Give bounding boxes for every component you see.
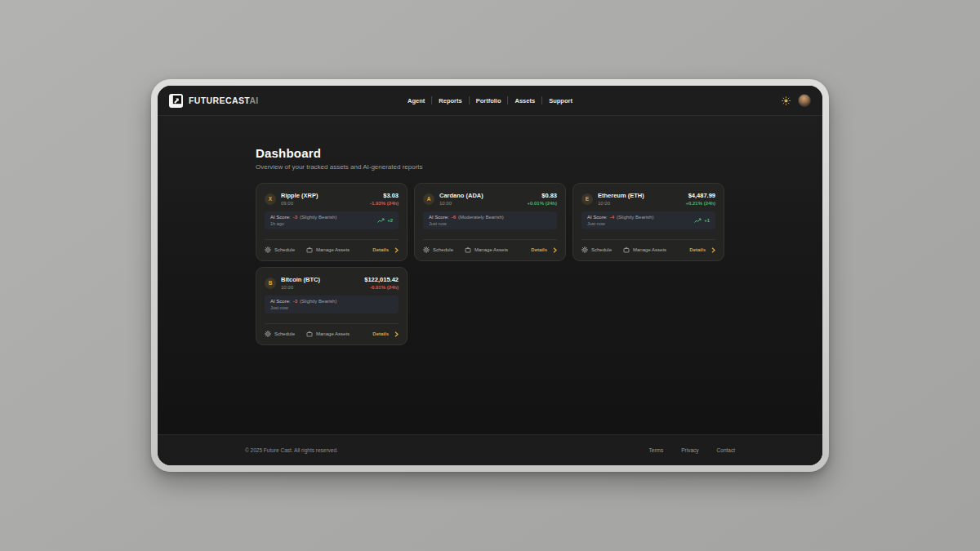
details-button[interactable]: Details bbox=[372, 247, 399, 253]
device-frame: FUTURECASTAI Agent Reports Portfolio Ass… bbox=[151, 79, 829, 472]
ai-sentiment: (Moderately Bearish) bbox=[458, 215, 504, 220]
asset-time: 09:00 bbox=[281, 201, 318, 206]
asset-change: +0.21% (24h) bbox=[685, 201, 715, 206]
trend-badge: +1 bbox=[694, 218, 710, 224]
briefcase-icon bbox=[306, 331, 313, 337]
sun-icon bbox=[782, 96, 791, 105]
chevron-right-icon bbox=[553, 247, 557, 253]
nav-item-assets[interactable]: Assets bbox=[509, 97, 542, 104]
footer-link-terms[interactable]: Terms bbox=[649, 447, 664, 453]
footer-link-contact[interactable]: Contact bbox=[717, 447, 735, 453]
chevron-right-icon bbox=[711, 247, 715, 253]
topbar-right bbox=[782, 94, 811, 107]
brand: FUTURECASTAI bbox=[169, 94, 259, 108]
ai-sentiment: (Slightly Bearish) bbox=[300, 215, 336, 220]
asset-time: 10:00 bbox=[439, 201, 483, 206]
main-nav: Agent Reports Portfolio Assets Support bbox=[401, 86, 579, 115]
chevron-right-icon bbox=[394, 331, 399, 337]
asset-change: -1.93% (24h) bbox=[370, 201, 399, 206]
brand-logo-icon bbox=[169, 94, 183, 108]
trending-up-icon bbox=[694, 218, 702, 224]
trend-value: +1 bbox=[704, 218, 710, 223]
nav-item-portfolio[interactable]: Portfolio bbox=[470, 97, 508, 104]
asset-card-bitcoin: B Bitcoin (BTC) 10:00 $122,015.42 -0.01%… bbox=[256, 267, 408, 345]
asset-initial-badge: A bbox=[423, 193, 434, 205]
chevron-right-icon bbox=[394, 247, 399, 253]
copyright-text: © 2025 Future Cast. All rights reserved. bbox=[245, 447, 338, 453]
top-navigation-bar: FUTURECASTAI Agent Reports Portfolio Ass… bbox=[158, 86, 822, 116]
page-title: Dashboard bbox=[256, 146, 724, 160]
asset-name: Ripple (XRP) bbox=[281, 192, 318, 199]
briefcase-icon bbox=[465, 247, 471, 253]
asset-card-ethereum: E Ethereum (ETH) 10:00 $4,487.99 +0.21% … bbox=[572, 183, 724, 261]
asset-initial-badge: X bbox=[265, 193, 276, 205]
asset-change: +0.01% (24h) bbox=[527, 201, 557, 206]
ai-score-label: AI Score: bbox=[270, 299, 291, 304]
brand-name: FUTURECASTAI bbox=[189, 96, 259, 105]
asset-time: 10:00 bbox=[598, 201, 644, 206]
asset-name: Bitcoin (BTC) bbox=[281, 276, 320, 283]
gear-icon bbox=[581, 247, 588, 253]
trend-value: +2 bbox=[387, 218, 393, 223]
manage-assets-button[interactable]: Manage Assets bbox=[465, 247, 508, 253]
asset-card-ripple: X Ripple (XRP) 09:00 $3.03 -1.93% (24h) bbox=[256, 183, 408, 261]
main-area: Dashboard Overview of your tracked asset… bbox=[158, 116, 822, 434]
schedule-button[interactable]: Schedule bbox=[265, 247, 295, 253]
app-window: FUTURECASTAI Agent Reports Portfolio Ass… bbox=[158, 86, 822, 465]
ai-score-label: AI Score: bbox=[587, 215, 608, 220]
theme-toggle-button[interactable] bbox=[782, 96, 791, 105]
briefcase-icon bbox=[306, 247, 313, 253]
asset-initial-badge: B bbox=[265, 278, 276, 289]
ai-sentiment: (Slightly Bearish) bbox=[617, 215, 653, 220]
ai-score-label: AI Score: bbox=[270, 215, 291, 220]
asset-card-cardano: A Cardano (ADA) 10:00 $0.83 +0.01% (24h) bbox=[414, 183, 566, 261]
gear-icon bbox=[423, 247, 430, 253]
asset-name: Cardano (ADA) bbox=[439, 192, 483, 199]
ai-score-panel: AI Score: -6 (Moderately Bearish) Just n… bbox=[423, 211, 557, 229]
nav-item-agent[interactable]: Agent bbox=[401, 97, 431, 104]
details-button[interactable]: Details bbox=[372, 331, 399, 337]
schedule-button[interactable]: Schedule bbox=[265, 331, 295, 337]
trending-up-icon bbox=[377, 218, 385, 224]
ai-score-value: -4 bbox=[610, 215, 614, 220]
footer-links: Terms Privacy Contact bbox=[649, 447, 735, 453]
asset-card-grid: X Ripple (XRP) 09:00 $3.03 -1.93% (24h) bbox=[256, 183, 724, 345]
ai-updated-time: 1h ago bbox=[270, 221, 336, 226]
ai-score-value: -3 bbox=[293, 215, 297, 220]
ai-score-label: AI Score: bbox=[429, 215, 449, 220]
manage-assets-button[interactable]: Manage Assets bbox=[306, 331, 350, 337]
manage-assets-button[interactable]: Manage Assets bbox=[623, 247, 666, 253]
ai-score-panel: AI Score: -3 (Slightly Bearish) Just now bbox=[265, 295, 399, 313]
nav-item-reports[interactable]: Reports bbox=[432, 97, 468, 104]
briefcase-icon bbox=[623, 247, 630, 253]
asset-name: Ethereum (ETH) bbox=[598, 192, 644, 199]
asset-price: $4,487.99 bbox=[688, 192, 715, 199]
ai-updated-time: Just now bbox=[587, 221, 653, 226]
trend-badge: +2 bbox=[377, 218, 393, 224]
schedule-button[interactable]: Schedule bbox=[423, 247, 453, 253]
asset-price: $122,015.42 bbox=[364, 276, 399, 283]
page-subtitle: Overview of your tracked assets and AI-g… bbox=[256, 163, 724, 171]
ai-score-value: -3 bbox=[293, 299, 297, 304]
ai-score-value: -6 bbox=[452, 215, 456, 220]
details-button[interactable]: Details bbox=[689, 247, 715, 253]
ai-sentiment: (Slightly Bearish) bbox=[300, 299, 336, 304]
asset-time: 10:00 bbox=[281, 285, 320, 290]
nav-item-support[interactable]: Support bbox=[542, 97, 579, 104]
details-button[interactable]: Details bbox=[531, 247, 557, 253]
asset-initial-badge: E bbox=[581, 193, 593, 205]
gear-icon bbox=[265, 331, 271, 337]
asset-price: $0.83 bbox=[541, 192, 557, 199]
manage-assets-button[interactable]: Manage Assets bbox=[306, 247, 350, 253]
ai-updated-time: Just now bbox=[270, 305, 336, 310]
schedule-button[interactable]: Schedule bbox=[581, 247, 612, 253]
footer-link-privacy[interactable]: Privacy bbox=[681, 447, 698, 453]
asset-price: $3.03 bbox=[383, 192, 399, 199]
ai-score-panel: AI Score: -4 (Slightly Bearish) Just now bbox=[581, 211, 715, 229]
ai-score-panel: AI Score: -3 (Slightly Bearish) 1h ago bbox=[265, 211, 399, 229]
gear-icon bbox=[265, 247, 271, 253]
app-footer: © 2025 Future Cast. All rights reserved.… bbox=[158, 434, 822, 465]
ai-updated-time: Just now bbox=[429, 221, 504, 226]
asset-change: -0.01% (24h) bbox=[370, 285, 399, 290]
user-avatar[interactable] bbox=[798, 94, 811, 107]
